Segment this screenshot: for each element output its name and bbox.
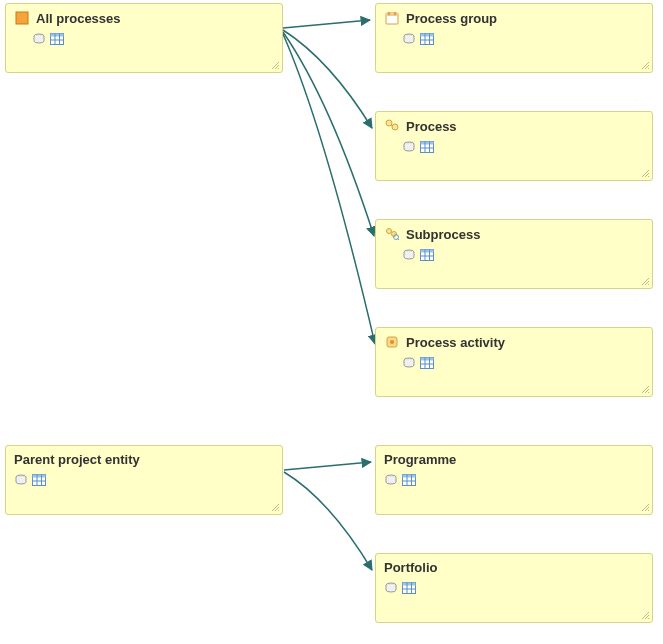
connector xyxy=(283,32,374,236)
node-process-activity[interactable]: Process activity xyxy=(375,327,653,397)
svg-rect-41 xyxy=(421,250,434,253)
resize-grip-icon[interactable] xyxy=(640,610,650,620)
calendar-icon xyxy=(384,10,400,26)
database-icon[interactable] xyxy=(14,473,28,487)
node-title: Process group xyxy=(406,11,497,26)
svg-line-38 xyxy=(398,239,400,241)
svg-line-58 xyxy=(648,392,649,393)
svg-point-49 xyxy=(390,340,394,344)
database-icon[interactable] xyxy=(32,32,46,46)
svg-point-35 xyxy=(387,229,392,234)
svg-line-34 xyxy=(648,176,649,177)
resize-grip-icon[interactable] xyxy=(640,502,650,512)
database-icon[interactable] xyxy=(402,32,416,46)
svg-rect-0 xyxy=(16,12,28,24)
svg-line-47 xyxy=(648,284,649,285)
node-programme[interactable]: Programme xyxy=(375,445,653,515)
svg-line-76 xyxy=(648,510,649,511)
node-title: Programme xyxy=(384,452,456,467)
svg-rect-61 xyxy=(33,475,46,478)
connector xyxy=(283,30,372,128)
node-title: Process xyxy=(406,119,457,134)
svg-line-22 xyxy=(648,68,649,69)
node-title: Process activity xyxy=(406,335,505,350)
svg-line-9 xyxy=(278,68,279,69)
database-icon[interactable] xyxy=(402,356,416,370)
square-orange-icon xyxy=(14,10,30,26)
table-icon[interactable] xyxy=(402,473,416,487)
svg-rect-52 xyxy=(421,358,434,361)
node-title: All processes xyxy=(36,11,121,26)
svg-rect-28 xyxy=(421,142,434,145)
activity-icon xyxy=(384,334,400,350)
database-icon[interactable] xyxy=(402,140,416,154)
node-all-processes[interactable]: All processes xyxy=(5,3,283,73)
resize-grip-icon[interactable] xyxy=(640,384,650,394)
resize-grip-icon[interactable] xyxy=(270,60,280,70)
node-portfolio[interactable]: Portfolio xyxy=(375,553,653,623)
table-icon[interactable] xyxy=(50,32,64,46)
svg-line-85 xyxy=(648,618,649,619)
circles-icon xyxy=(384,118,400,134)
connector xyxy=(283,20,370,28)
database-icon[interactable] xyxy=(384,581,398,595)
table-icon[interactable] xyxy=(420,140,434,154)
table-icon[interactable] xyxy=(420,356,434,370)
node-process-group[interactable]: Process group xyxy=(375,3,653,73)
node-subprocess[interactable]: Subprocess xyxy=(375,219,653,289)
database-icon[interactable] xyxy=(384,473,398,487)
node-title: Subprocess xyxy=(406,227,480,242)
node-parent-project-entity[interactable]: Parent project entity xyxy=(5,445,283,515)
table-icon[interactable] xyxy=(420,32,434,46)
svg-rect-16 xyxy=(421,34,434,37)
table-icon[interactable] xyxy=(32,473,46,487)
node-title: Portfolio xyxy=(384,560,437,575)
svg-point-24 xyxy=(392,124,398,130)
connector xyxy=(284,472,372,570)
svg-rect-11 xyxy=(386,13,398,16)
connector-layer xyxy=(0,0,663,644)
svg-rect-79 xyxy=(403,583,416,586)
magnify-circles-icon xyxy=(384,226,400,242)
connector xyxy=(284,462,371,470)
node-title: Parent project entity xyxy=(14,452,140,467)
resize-grip-icon[interactable] xyxy=(270,502,280,512)
resize-grip-icon[interactable] xyxy=(640,168,650,178)
database-icon[interactable] xyxy=(402,248,416,262)
table-icon[interactable] xyxy=(402,581,416,595)
svg-rect-70 xyxy=(403,475,416,478)
node-process[interactable]: Process xyxy=(375,111,653,181)
resize-grip-icon[interactable] xyxy=(640,276,650,286)
svg-rect-3 xyxy=(51,34,64,37)
resize-grip-icon[interactable] xyxy=(640,60,650,70)
connector xyxy=(283,34,375,344)
svg-line-67 xyxy=(278,510,279,511)
table-icon[interactable] xyxy=(420,248,434,262)
